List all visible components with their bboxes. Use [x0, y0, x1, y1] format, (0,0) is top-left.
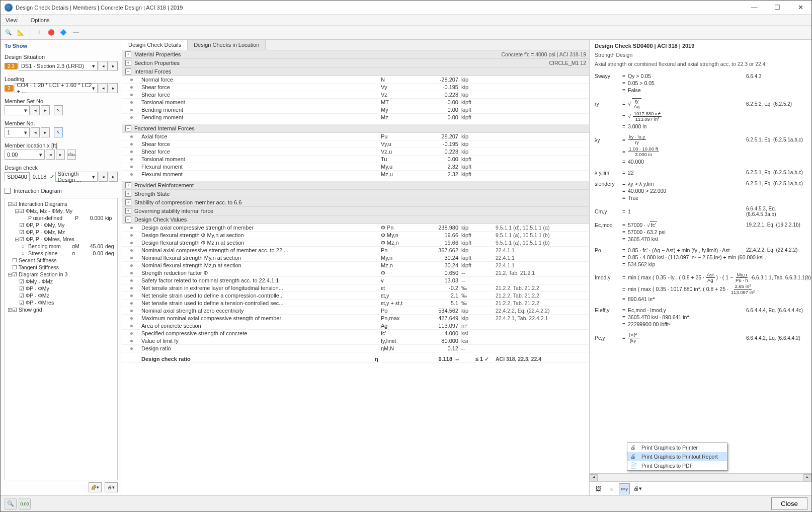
- dc-name-dropdown[interactable]: Strength Design ...▾: [55, 172, 98, 182]
- expand-icon[interactable]: +: [125, 60, 131, 66]
- right-hscroll[interactable]: ◂▸: [590, 473, 811, 481]
- load-prev-button[interactable]: ◂: [99, 83, 108, 93]
- data-row: Shear forceVy-0.195kip: [122, 84, 589, 91]
- group-header[interactable]: +Governing stability internal force: [122, 207, 589, 215]
- ds-badge: 2.3: [5, 63, 18, 69]
- rfooter-btn-1[interactable]: 🖼: [593, 483, 604, 494]
- data-row: Flexural momentMy,u2.32kipft: [122, 163, 589, 171]
- expand-icon[interactable]: −: [125, 216, 131, 223]
- member-loc-dropdown[interactable]: 0.00▾: [5, 150, 45, 160]
- design-situation-dropdown[interactable]: DS1 - Section 2.3 (LRFD)▾: [19, 61, 98, 71]
- data-row: Shear forceVz,u0.228kip: [122, 148, 589, 156]
- rfooter-btn-2[interactable]: ≡: [606, 483, 617, 494]
- ds-next-button[interactable]: ▸: [109, 61, 118, 71]
- equation-row: =57000 · 63.2 psi: [595, 229, 806, 235]
- printer-icon: 🖨: [630, 444, 637, 451]
- left-footer-btn-1[interactable]: 🌈▾: [89, 482, 102, 492]
- mn-prev-button[interactable]: ◂: [31, 127, 40, 137]
- equation-row: =534.562 kip: [595, 261, 806, 267]
- toolbar-btn-4[interactable]: 🔴: [46, 28, 56, 38]
- close-button[interactable]: Close: [771, 497, 807, 510]
- expand-icon[interactable]: +: [125, 199, 131, 205]
- toolbar-btn-1[interactable]: 🔍: [4, 28, 14, 38]
- toolbar-btn-2[interactable]: 📐: [16, 28, 26, 38]
- cm-print-pdf[interactable]: 📄Print Graphics to PDF: [627, 461, 727, 470]
- dc-check-icon: ✓: [50, 174, 54, 180]
- group-header[interactable]: +Provided Reinforcement: [122, 181, 589, 190]
- menu-options[interactable]: Options: [28, 16, 53, 24]
- interaction-diagram-checkbox[interactable]: [5, 188, 11, 194]
- menu-view[interactable]: View: [3, 16, 21, 24]
- pdf-icon: 📄: [630, 462, 637, 469]
- statusbar: 🔍 0.00 Close: [1, 495, 811, 511]
- member-no-dropdown[interactable]: 1▾: [5, 127, 30, 137]
- ml-prev-button[interactable]: ◂: [46, 150, 55, 160]
- data-row: Nominal flexural strength My,n at sectio…: [122, 254, 589, 262]
- data-row: Design axial compressive strength of mem…: [122, 224, 589, 232]
- group-header[interactable]: +Strength State: [122, 190, 589, 198]
- group-header[interactable]: −Design Check Values: [122, 215, 589, 224]
- tab-design-checks-location[interactable]: Design Checks in Location: [188, 40, 266, 50]
- expand-icon[interactable]: +: [125, 191, 131, 197]
- final-check-row: Design check ratioη0.118--≤ 1 ✓ACI 318, …: [122, 355, 589, 363]
- dc-code-field: SD0400: [5, 172, 30, 181]
- toolbar-btn-5[interactable]: 🔷: [58, 28, 68, 38]
- close-window-button[interactable]: ✕: [793, 4, 807, 11]
- member-no-label: Member No.: [5, 120, 118, 126]
- ms-next-button[interactable]: ▸: [41, 105, 50, 115]
- minimize-button[interactable]: —: [747, 4, 761, 11]
- loading-dropdown[interactable]: CO4 - 1.20 * LC1 + 1.60 * LC2 + ...▾: [15, 83, 98, 93]
- equation-row: =40.000 > 22.000: [595, 188, 806, 194]
- group-header[interactable]: +Stability of compression member acc. to…: [122, 198, 589, 207]
- data-row: Net tensile strain in extreme layer of l…: [122, 284, 589, 292]
- load-next-button[interactable]: ▸: [109, 83, 118, 93]
- interaction-diagram-label: Interaction Diagram: [14, 188, 62, 194]
- tree-view[interactable]: ⊟☑ Interaction Diagrams ⊟☑ ΦMz, Mz - ΦMy…: [5, 198, 118, 480]
- expand-icon[interactable]: +: [125, 51, 131, 57]
- equation-row: λ y,lim=226.2.5.1, Eq. (6.2.5.1a,b,c): [595, 170, 806, 176]
- mn-next-button[interactable]: ▸: [41, 127, 50, 137]
- data-row: Net tensile strain used to define a tens…: [122, 300, 589, 307]
- cm-print-printer[interactable]: 🖨Print Graphics to Printer: [627, 443, 727, 452]
- group-header[interactable]: +Section PropertiesCIRCLE_M1 12: [122, 59, 589, 67]
- equation-row: Cm,y=16.6.4.5.3, Eq. (6.6.4.5.3a,b): [595, 206, 806, 217]
- expand-icon[interactable]: −: [125, 125, 131, 131]
- equation-row: Swayy=Qy > 0.056.6.4.3: [595, 73, 806, 79]
- ml-xx0-button[interactable]: x/x₀: [67, 150, 76, 160]
- toolbar-btn-3[interactable]: ⊥: [34, 28, 44, 38]
- load-badge: 2: [5, 85, 14, 92]
- status-units-button[interactable]: 0.00: [19, 498, 31, 510]
- tab-design-check-details[interactable]: Design Check Details: [122, 40, 188, 50]
- right-content: Swayy=Qy > 0.056.6.4.3=0.05 > 0.05=False…: [590, 70, 811, 473]
- data-row: Nominal axial compressive strength of me…: [122, 247, 589, 254]
- mn-pick-button[interactable]: ↖: [54, 127, 63, 137]
- status-find-button[interactable]: 🔍: [5, 498, 17, 510]
- dc-prev-button[interactable]: ◂: [99, 172, 108, 182]
- equation-row: =True: [595, 195, 806, 201]
- data-row: Safety factor related to nominal strengt…: [122, 277, 589, 284]
- data-row: Torsional momentMT0.00kipft: [122, 99, 589, 106]
- group-header[interactable]: −Internal Forces: [122, 67, 589, 76]
- ml-next-button[interactable]: ▸: [56, 150, 65, 160]
- maximize-button[interactable]: ☐: [770, 4, 784, 11]
- rfooter-btn-4[interactable]: 🖨▾: [632, 483, 643, 494]
- ds-prev-button[interactable]: ◂: [99, 61, 108, 71]
- toolbar-btn-6[interactable]: 〰: [70, 28, 80, 38]
- equation-row: ry=√IyAg6.2.5.2, Eq. (6.2.5.2): [595, 98, 806, 110]
- rfooter-btn-3[interactable]: x=y: [619, 483, 630, 494]
- dc-next-button[interactable]: ▸: [109, 172, 118, 182]
- data-row: Maximum nominal axial compressive streng…: [122, 315, 589, 322]
- ms-pick-button[interactable]: ↖: [54, 105, 63, 115]
- member-set-dropdown[interactable]: --▾: [5, 105, 30, 115]
- left-footer-btn-2[interactable]: 🖨▾: [105, 482, 118, 492]
- report-icon: 🖨: [630, 453, 637, 460]
- group-header[interactable]: +Material PropertiesConcrete f'c = 4000 …: [122, 50, 589, 59]
- group-header[interactable]: −Factored Internal Forces: [122, 124, 589, 133]
- window-title: Design Check Details | Members | Concret…: [16, 5, 747, 11]
- expand-icon[interactable]: +: [125, 208, 131, 214]
- expand-icon[interactable]: −: [125, 68, 131, 75]
- ms-prev-button[interactable]: ◂: [31, 105, 40, 115]
- expand-icon[interactable]: +: [125, 182, 131, 188]
- equation-row: λy=ky · lu,yry6.2.5.1, Eq. (6.2.5.1a,b,c…: [595, 134, 806, 145]
- cm-print-report[interactable]: 🖨Print Graphics to Printout Report: [627, 452, 727, 461]
